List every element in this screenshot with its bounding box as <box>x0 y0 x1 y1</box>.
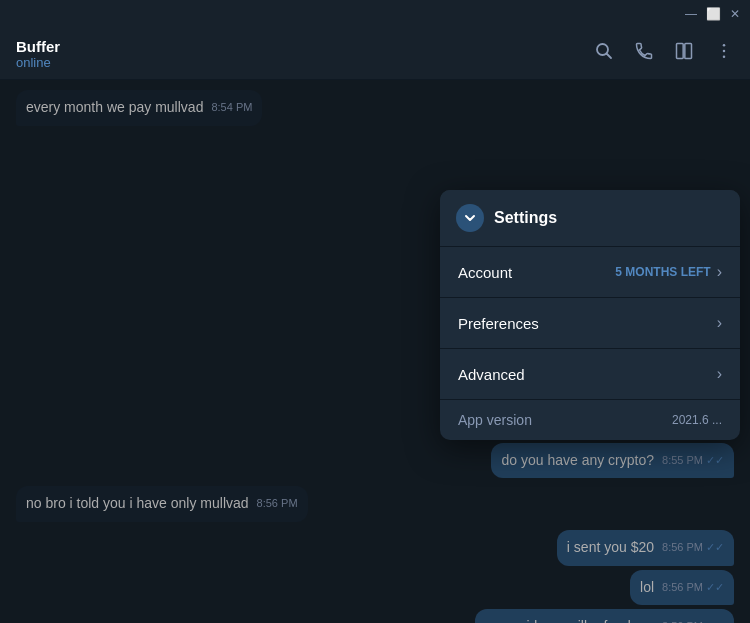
settings-panel: Settings Account 5 MONTHS LEFT › Prefere… <box>440 190 740 440</box>
close-button[interactable]: ✕ <box>728 7 742 21</box>
svg-point-5 <box>723 50 726 53</box>
search-icon[interactable] <box>594 41 614 66</box>
layout-icon[interactable] <box>674 41 694 66</box>
settings-item-preferences[interactable]: Preferences › <box>440 298 740 349</box>
svg-line-1 <box>607 54 612 59</box>
svg-rect-3 <box>685 44 692 59</box>
minimize-button[interactable]: — <box>684 7 698 21</box>
settings-advanced-arrow: › <box>717 365 722 383</box>
chat-name: Buffer <box>16 38 60 55</box>
settings-account-arrow: › <box>717 263 722 281</box>
settings-app-version: App version 2021.6 ... <box>440 400 740 440</box>
call-icon[interactable] <box>634 41 654 66</box>
svg-point-4 <box>723 44 726 47</box>
settings-preferences-arrow: › <box>717 314 722 332</box>
chat-body: every month we pay mullvad 8:54 PM i hav… <box>0 80 750 623</box>
maximize-button[interactable]: ⬜ <box>706 7 720 21</box>
settings-preferences-label: Preferences <box>458 315 539 332</box>
settings-title: Settings <box>494 209 557 227</box>
more-icon[interactable] <box>714 41 734 66</box>
settings-app-version-label: App version <box>458 412 532 428</box>
settings-close-button[interactable] <box>456 204 484 232</box>
chat-header: Buffer online <box>0 28 750 80</box>
svg-point-6 <box>723 56 726 59</box>
settings-item-advanced[interactable]: Advanced › <box>440 349 740 400</box>
settings-app-version-value: 2021.6 ... <box>672 413 722 427</box>
settings-account-right: 5 MONTHS LEFT › <box>615 263 722 281</box>
title-bar: — ⬜ ✕ <box>0 0 750 28</box>
settings-preferences-right: › <box>717 314 722 332</box>
settings-account-label: Account <box>458 264 512 281</box>
header-actions <box>594 41 734 66</box>
chat-status: online <box>16 55 60 70</box>
settings-account-badge: 5 MONTHS LEFT <box>615 265 710 279</box>
settings-header: Settings <box>440 190 740 247</box>
settings-advanced-right: › <box>717 365 722 383</box>
settings-item-account[interactable]: Account 5 MONTHS LEFT › <box>440 247 740 298</box>
settings-advanced-label: Advanced <box>458 366 525 383</box>
svg-rect-2 <box>677 44 684 59</box>
chat-info: Buffer online <box>16 38 60 70</box>
